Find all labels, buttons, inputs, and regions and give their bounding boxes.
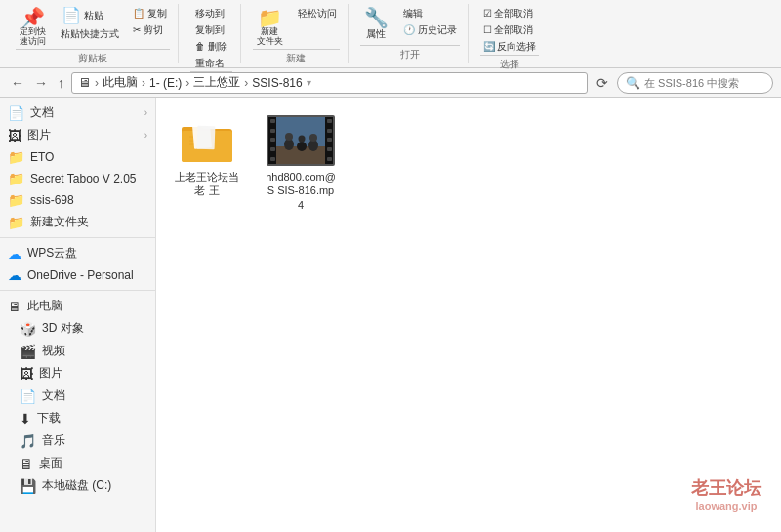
sidebar-item-pictures-pc[interactable]: 🖼 图片	[0, 362, 155, 385]
address-path[interactable]: 🖥 › 此电脑 › 1- (E:) › 三上悠亚 › SSIS-816 ▾	[71, 72, 588, 94]
sidebar-item-new-folder[interactable]: 📁 新建文件夹	[0, 211, 155, 233]
open-label: 打开	[360, 45, 460, 61]
sidebar-item-local-disk-c[interactable]: 💾 本地磁盘 (C:)	[0, 474, 155, 497]
pictures-icon: 🖼	[8, 128, 21, 143]
sidebar-item-ssis698[interactable]: 📁 ssis-698	[0, 189, 155, 211]
sidebar-item-3d-objects[interactable]: 🎲 3D 对象	[0, 317, 155, 340]
deselect-button[interactable]: ☐ 全部取消	[480, 22, 540, 38]
new-folder-label: 新建文件夹	[257, 27, 283, 47]
copy-cut-group: 📋 复制 ✂ 剪切	[130, 6, 170, 38]
new-buttons: 📁 新建文件夹 轻松访问	[253, 6, 340, 49]
new-folder-button[interactable]: 📁 新建文件夹	[253, 6, 287, 49]
select-label: 选择	[480, 55, 540, 71]
svg-point-11	[297, 142, 307, 151]
open-buttons: 🔧 属性 编辑 🕐 历史记录	[360, 6, 460, 43]
sidebar-divider-1	[0, 237, 155, 238]
sidebar-item-documents[interactable]: 📄 文档 ›	[0, 102, 155, 124]
path-sep-2: ›	[142, 76, 145, 90]
properties-button[interactable]: 🔧 属性	[360, 6, 392, 43]
film-hole-1	[270, 119, 275, 123]
rename-button[interactable]: 重命名	[192, 56, 230, 71]
refresh-button[interactable]: ⟳	[592, 72, 613, 94]
sidebar-this-pc-label: 此电脑	[27, 298, 147, 314]
sidebar-item-this-pc[interactable]: 🖥 此电脑	[0, 295, 155, 317]
expand-icon: ›	[144, 107, 147, 118]
sidebar-videos-label: 视频	[42, 343, 147, 359]
ssis698-icon: 📁	[8, 192, 24, 208]
downloads-icon: ⬇	[20, 411, 31, 427]
organize-buttons: 移动到 复制到 🗑 删除 重命名	[192, 6, 230, 71]
sidebar-item-onedrive[interactable]: ☁ OneDrive - Personal	[0, 265, 155, 286]
cut-button[interactable]: ✂ 剪切	[130, 22, 170, 38]
sidebar-item-downloads[interactable]: ⬇ 下载	[0, 407, 155, 430]
sidebar-item-music[interactable]: 🎵 音乐	[0, 430, 155, 452]
content-area: 上老王论坛当老 王	[156, 98, 781, 532]
move-button[interactable]: 移动到	[192, 6, 230, 21]
pin-button[interactable]: 📌 定到快速访问	[16, 6, 50, 49]
toolbar-group-new: 📁 新建文件夹 轻松访问 新建	[245, 4, 349, 63]
paste-group: 📄 粘贴 粘贴快捷方式	[58, 6, 122, 42]
sidebar-item-eto[interactable]: 📁 ETO	[0, 146, 155, 168]
file-item-video[interactable]: hhd800.com@S SIS-816.mp4	[262, 109, 340, 216]
pin-icon: 📌	[21, 8, 45, 27]
paste-shortcut-button[interactable]: 粘贴快捷方式	[58, 26, 122, 42]
sidebar-3d-label: 3D 对象	[42, 320, 147, 337]
sidebar-local-disk-c-label: 本地磁盘 (C:)	[42, 477, 147, 494]
properties-label: 属性	[366, 27, 386, 41]
film-hole-4	[270, 147, 275, 151]
toolbar-clipboard-buttons: 📌 定到快速访问 📄 粘贴 粘贴快捷方式 📋 复制 ✂ 剪切	[16, 6, 170, 49]
folder-label: 上老王论坛当老 王	[172, 170, 242, 198]
sidebar-desktop-label: 桌面	[39, 455, 147, 471]
film-hole-r2	[327, 129, 332, 133]
back-button[interactable]: ←	[8, 75, 27, 91]
sidebar-item-secret-taboo[interactable]: 📁 Secret Taboo V 2.05	[0, 168, 155, 189]
film-hole-r4	[327, 147, 332, 151]
path-thispc: 此电脑	[103, 74, 138, 91]
new-folder-sidebar-icon: 📁	[8, 215, 24, 230]
copy-button[interactable]: 📋 复制	[130, 6, 170, 21]
sidebar-item-videos[interactable]: 🎬 视频	[0, 340, 155, 362]
svg-point-14	[309, 134, 317, 142]
sidebar-item-wps-cloud[interactable]: ☁ WPS云盘	[0, 242, 155, 265]
new-folder-icon: 📁	[258, 8, 282, 27]
video-frame	[274, 117, 327, 164]
sidebar-item-documents-pc[interactable]: 📄 文档	[0, 385, 155, 407]
documents-pc-icon: 📄	[20, 389, 36, 404]
sidebar-ssis698-label: ssis-698	[30, 193, 147, 207]
sidebar-downloads-label: 下载	[37, 410, 147, 427]
search-input[interactable]	[644, 77, 764, 89]
toolbar: 📌 定到快速访问 📄 粘贴 粘贴快捷方式 📋 复制 ✂ 剪切 剪贴板 移动到 复…	[0, 0, 781, 68]
sidebar-divider-2	[0, 290, 155, 291]
sidebar-item-desktop[interactable]: 🖥 桌面	[0, 452, 155, 474]
film-hole-3	[270, 138, 275, 142]
eto-icon: 📁	[8, 149, 24, 165]
sidebar-secret-taboo-label: Secret Taboo V 2.05	[30, 172, 147, 185]
clipboard-label: 剪贴板	[16, 49, 170, 65]
files-grid: 上老王论坛当老 王	[168, 109, 769, 216]
sidebar-music-label: 音乐	[42, 432, 147, 449]
paste-label: 粘贴	[84, 9, 103, 22]
select-all-button[interactable]: ☑ 全部取消	[480, 6, 540, 21]
search-box[interactable]: 🔍	[617, 72, 773, 94]
open-button[interactable]: 编辑	[400, 6, 460, 21]
pin-label: 定到快速访问	[20, 27, 46, 47]
sidebar-item-pictures[interactable]: 🖼 图片 ›	[0, 124, 155, 146]
copy-to-button[interactable]: 复制到	[192, 22, 230, 38]
up-button[interactable]: ↑	[55, 75, 67, 91]
delete-button[interactable]: 🗑 删除	[192, 39, 230, 55]
forward-button[interactable]: →	[31, 75, 51, 91]
music-icon: 🎵	[20, 433, 36, 449]
invert-select-button[interactable]: 🔄 反向选择	[480, 39, 540, 55]
paste-button[interactable]: 📄 粘贴	[58, 6, 122, 25]
secret-taboo-icon: 📁	[8, 171, 24, 186]
easy-access-button[interactable]: 轻松访问	[295, 6, 340, 21]
toolbar-group-open: 🔧 属性 编辑 🕐 历史记录 打开	[352, 4, 469, 63]
svg-point-12	[299, 135, 306, 142]
wps-cloud-icon: ☁	[8, 246, 21, 262]
pictures-pc-icon: 🖼	[20, 366, 33, 382]
file-item-folder[interactable]: 上老王论坛当老 王	[168, 109, 246, 216]
address-bar: ← → ↑ 🖥 › 此电脑 › 1- (E:) › 三上悠亚 › SSIS-81…	[0, 68, 781, 98]
history-button[interactable]: 🕐 历史记录	[400, 22, 460, 38]
video-icon-large	[265, 113, 337, 167]
videos-icon: 🎬	[20, 344, 36, 359]
